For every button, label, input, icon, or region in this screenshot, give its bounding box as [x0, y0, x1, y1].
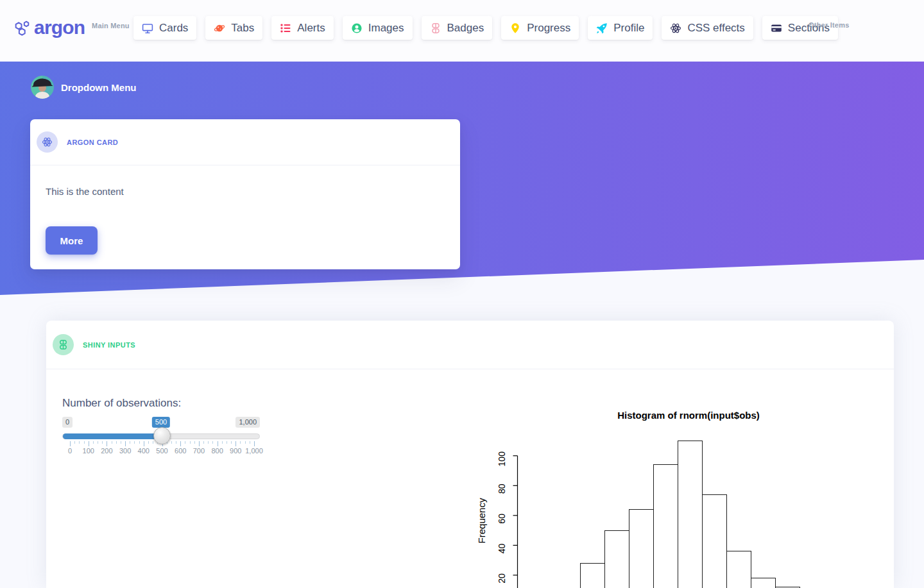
logo-wordmark: argon — [34, 18, 85, 37]
slider-major-tick — [125, 441, 126, 446]
chart-title: Histogram of rnorm(input$obs) — [617, 410, 760, 421]
nav-item-label: Badges — [447, 22, 484, 35]
slider-minor-tick — [84, 441, 85, 444]
slider-major-tick — [180, 441, 181, 446]
slider-minor-tick — [102, 441, 103, 444]
nav-item-label: Profile — [613, 22, 644, 35]
histogram-bar — [604, 530, 629, 588]
histogram-bar — [580, 563, 604, 588]
slider-major-tick — [89, 441, 89, 446]
slider-tick-label: 1,000 — [245, 447, 263, 455]
argon-card-icon-badge — [37, 131, 58, 153]
slider-minor-tick — [79, 441, 80, 444]
atom-icon — [670, 22, 681, 34]
slider-label: Number of observations: — [62, 397, 181, 410]
argon-card-header: ARGON CARD — [30, 119, 460, 165]
shiny-inputs-card: SHINY INPUTS Number of observations: 0 1… — [46, 321, 894, 588]
histogram-bar — [751, 578, 775, 588]
shiny-card-title: SHINY INPUTS — [83, 341, 135, 349]
slider-minor-tick — [203, 441, 204, 444]
nav-item-images[interactable]: Images — [343, 16, 413, 40]
slider-tick-label: 200 — [101, 447, 112, 455]
slider-filled-track — [63, 433, 162, 439]
slider-min-badge: 0 — [62, 417, 73, 428]
slider-tick-label: 100 — [83, 447, 94, 455]
slider-value-badge: 500 — [152, 417, 170, 428]
y-tick-label: 80 — [497, 483, 507, 494]
slider-major-tick — [70, 441, 71, 446]
nav-item-label: Images — [368, 22, 404, 35]
slider-minor-tick — [112, 441, 112, 444]
nav-item-label: Progress — [527, 22, 570, 35]
slider-minor-tick — [222, 441, 223, 444]
nav-item-progress[interactable]: Progress — [501, 16, 579, 40]
pills-icon — [58, 339, 69, 350]
histogram-bar — [702, 494, 726, 588]
slider-tick-label: 500 — [156, 447, 167, 455]
nav-item-alerts[interactable]: Alerts — [271, 16, 333, 40]
user-circle-icon — [351, 22, 363, 34]
slider-minor-tick — [231, 441, 232, 444]
slider-minor-tick — [250, 441, 250, 444]
main-menu-label: Main Menu — [92, 22, 130, 29]
slider-minor-tick — [153, 441, 153, 444]
slider-minor-tick — [171, 441, 172, 444]
slider-major-tick — [235, 441, 236, 446]
more-button[interactable]: More — [46, 226, 98, 255]
atom-icon — [42, 137, 53, 147]
nav-item-label: CSS effects — [687, 22, 744, 35]
credit-card-icon — [771, 22, 782, 34]
slider-major-tick — [144, 441, 144, 446]
shiny-card-icon-badge — [53, 334, 74, 355]
nav-item-profile[interactable]: Profile — [588, 16, 653, 40]
slider-minor-tick — [227, 441, 227, 444]
dropdown-menu-label: Dropdown Menu — [61, 82, 136, 93]
histogram-bar — [629, 510, 653, 588]
histogram-plot: 20406080100Histogram of rnorm(input$obs)… — [475, 385, 860, 588]
slider-tick-label: 700 — [193, 447, 205, 455]
slider-major-tick — [254, 441, 255, 446]
list-icon — [280, 22, 291, 34]
dropdown-menu-trigger[interactable]: Dropdown Menu — [31, 76, 136, 99]
main-nav: Cards Tabs — [133, 16, 838, 40]
nav-item-badges[interactable]: Badges — [422, 16, 493, 40]
y-tick-label: 40 — [497, 543, 507, 553]
slider-minor-tick — [245, 441, 246, 444]
slider-minor-tick — [134, 441, 135, 444]
nav-item-tabs[interactable]: Tabs — [205, 16, 262, 40]
slider-minor-tick — [176, 441, 176, 444]
nav-item-label: Cards — [159, 22, 188, 35]
slider-tick-label: 300 — [119, 447, 131, 455]
histogram-bar — [653, 465, 678, 588]
slider-tick-label: 800 — [211, 447, 223, 455]
slider-major-tick — [107, 441, 107, 446]
planet-icon — [214, 22, 225, 34]
slider-minor-tick — [139, 441, 140, 444]
slider-minor-tick — [98, 441, 98, 444]
slider-minor-tick — [116, 441, 117, 444]
observations-slider: 0 1,000 500 0100200300400500600700800900… — [62, 417, 260, 457]
slider-tick-label: 400 — [138, 447, 150, 455]
slider-minor-tick — [240, 441, 241, 444]
pills-icon — [430, 22, 441, 34]
hexagons-logo-icon — [13, 19, 30, 36]
slider-minor-tick — [130, 441, 130, 444]
nav-item-css-effects[interactable]: CSS effects — [662, 16, 753, 40]
page: argon Main Menu Cards — [0, 0, 924, 588]
slider-major-tick — [218, 441, 218, 446]
argon-card: ARGON CARD This is the content More — [30, 119, 460, 269]
slider-tick-label: 600 — [175, 447, 186, 455]
histogram-bar — [678, 441, 702, 588]
slider-minor-tick — [185, 441, 185, 444]
slider-minor-tick — [212, 441, 213, 444]
nav-item-cards[interactable]: Cards — [133, 16, 196, 40]
other-items-label: Other Items — [809, 21, 850, 29]
slider-minor-tick — [208, 441, 209, 444]
slider-handle[interactable] — [153, 427, 171, 444]
slider-minor-tick — [194, 441, 195, 444]
nav-item-label: Alerts — [297, 22, 325, 35]
slider-max-badge: 1,000 — [235, 417, 260, 428]
argon-logo[interactable]: argon — [13, 18, 85, 37]
nav-item-label: Tabs — [231, 22, 254, 35]
avatar — [31, 76, 54, 99]
